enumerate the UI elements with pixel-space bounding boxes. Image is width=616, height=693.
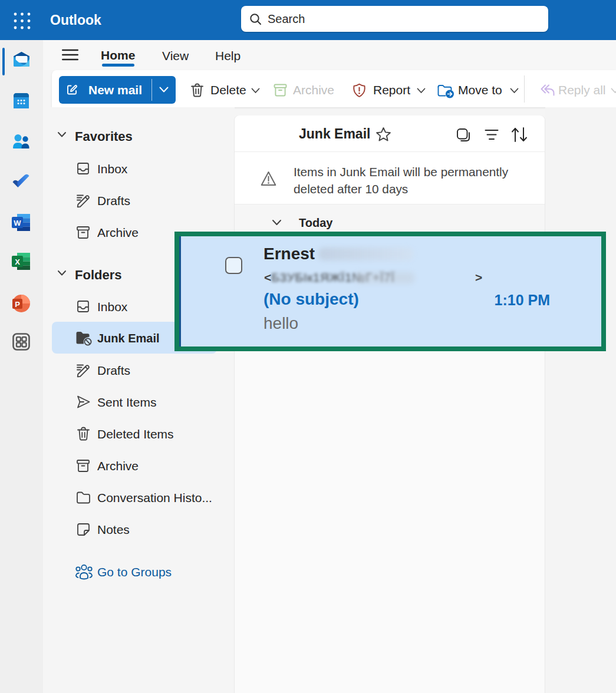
svg-text:X: X bbox=[15, 258, 20, 266]
svg-text:W: W bbox=[14, 219, 21, 227]
svg-text:P: P bbox=[15, 300, 20, 309]
